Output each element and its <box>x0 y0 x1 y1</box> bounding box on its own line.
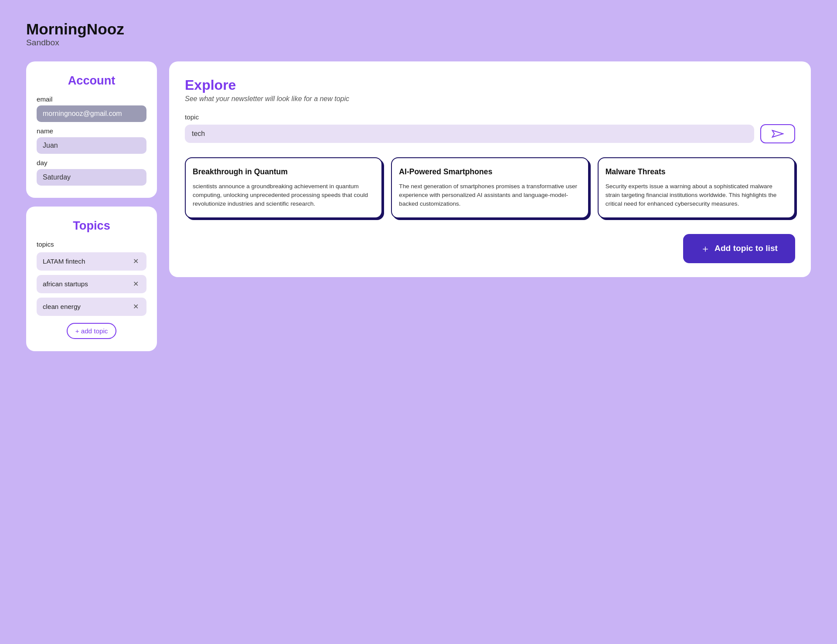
topic-item-label: clean energy <box>43 303 81 310</box>
topic-search-input[interactable] <box>185 125 754 143</box>
day-input[interactable] <box>37 169 146 186</box>
add-topic-row: ＋ Add topic to list <box>185 234 795 263</box>
explore-title: Explore <box>185 77 795 93</box>
topics-card: Topics topics LATAM fintech ✕ african st… <box>26 207 157 351</box>
remove-topic-button[interactable]: ✕ <box>131 279 140 289</box>
topic-search-label: topic <box>185 113 795 121</box>
day-label: day <box>37 159 146 166</box>
article-description: scientists announce a groundbreaking ach… <box>193 182 374 209</box>
list-item: LATAM fintech ✕ <box>37 252 146 271</box>
article-title: Malware Threats <box>606 167 787 177</box>
article-card: AI-Powered Smartphones The next generati… <box>391 157 589 218</box>
explore-card: Explore See what your newsletter will lo… <box>169 61 811 277</box>
article-description: The next generation of smartphones promi… <box>399 182 581 209</box>
list-item: african startups ✕ <box>37 275 146 293</box>
main-layout: Account email name day Topics topics LAT… <box>26 61 811 351</box>
remove-topic-button[interactable]: ✕ <box>131 257 140 266</box>
article-title: AI-Powered Smartphones <box>399 167 581 177</box>
topic-item-label: african startups <box>43 280 88 288</box>
account-section-title: Account <box>37 74 146 88</box>
topics-label: topics <box>37 241 146 248</box>
svg-marker-0 <box>772 130 783 137</box>
app-subtitle: Sandbox <box>26 38 811 47</box>
send-button[interactable] <box>760 124 795 143</box>
add-topic-to-list-button[interactable]: ＋ Add topic to list <box>683 234 795 263</box>
topic-search-row <box>185 124 795 143</box>
topics-section-title: Topics <box>37 219 146 233</box>
email-input[interactable] <box>37 105 146 122</box>
add-topic-button[interactable]: + add topic <box>67 323 117 339</box>
email-label: email <box>37 95 146 103</box>
app-title: MorningNooz <box>26 21 811 38</box>
article-card: Breakthrough in Quantum scientists annou… <box>185 157 382 218</box>
article-description: Security experts issue a warning about a… <box>606 182 787 209</box>
list-item: clean energy ✕ <box>37 298 146 316</box>
plus-icon: ＋ <box>701 242 710 255</box>
topics-list: LATAM fintech ✕ african startups ✕ clean… <box>37 252 146 316</box>
name-input[interactable] <box>37 137 146 154</box>
explore-subtitle: See what your newsletter will look like … <box>185 95 795 103</box>
article-card: Malware Threats Security experts issue a… <box>598 157 795 218</box>
app-header: MorningNooz Sandbox <box>26 21 811 47</box>
name-label: name <box>37 127 146 135</box>
add-topic-main-label: Add topic to list <box>715 244 778 253</box>
topic-item-label: LATAM fintech <box>43 258 85 265</box>
left-column: Account email name day Topics topics LAT… <box>26 61 157 351</box>
article-title: Breakthrough in Quantum <box>193 167 374 177</box>
add-topic-wrapper: + add topic <box>37 323 146 339</box>
articles-grid: Breakthrough in Quantum scientists annou… <box>185 157 795 218</box>
send-icon <box>772 129 784 138</box>
account-card: Account email name day <box>26 61 157 198</box>
remove-topic-button[interactable]: ✕ <box>131 302 140 312</box>
